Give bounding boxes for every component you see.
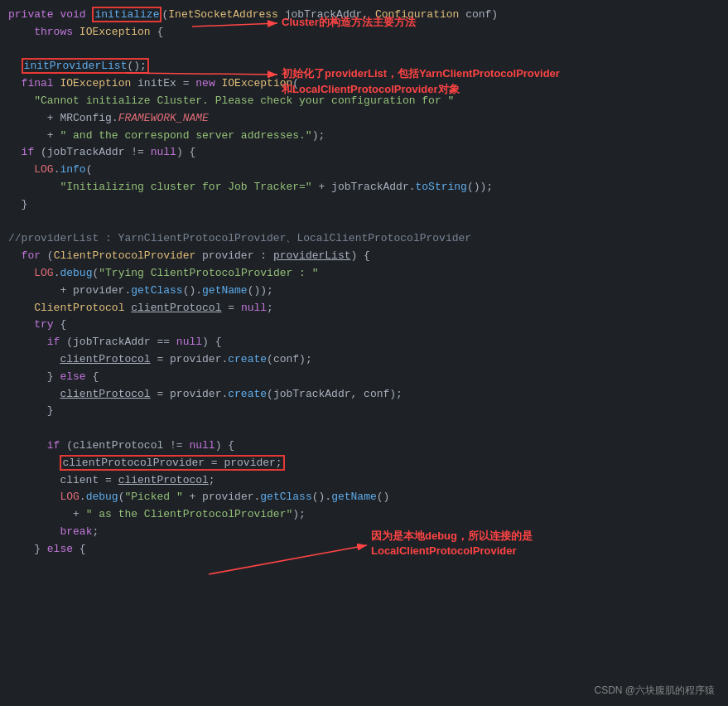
code-line-28: client = clientProtocol; — [8, 472, 720, 490]
annotation-1: Cluster的构造方法主要方法 — [282, 15, 416, 30]
code-line-32: } else { — [8, 541, 720, 559]
code-line-3 — [8, 41, 720, 59]
code-line-29: LOG.debug("Picked " + provider.getClass(… — [8, 489, 720, 506]
watermark: CSDN @六块腹肌的程序猿 — [594, 684, 715, 698]
code-line-11: "Initializing cluster for Job Tracker=" … — [8, 179, 720, 196]
code-line-26: if (clientProtocol != null) { — [8, 438, 720, 455]
annotation-3b: LocalClientProtocolProvider — [371, 544, 517, 557]
code-line-20: if (jobTrackAddr == null) { — [8, 334, 720, 351]
code-line-23: clientProtocol = provider.create(jobTrac… — [8, 386, 720, 404]
code-line-21: clientProtocol = provider.create(conf); — [8, 351, 720, 369]
code-line-16: LOG.debug("Trying ClientProtocolProvider… — [8, 265, 720, 283]
code-line-19: try { — [8, 317, 720, 334]
annotation-2: 初始化了providerList，包括YarnClientProtocolPro… — [282, 66, 560, 81]
code-line-9: if (jobTrackAddr != null) { — [8, 144, 720, 162]
code-line-7: + MRConfig.FRAMEWORK_NAME — [8, 110, 720, 128]
code-line-27: clientProtocolProvider = provider; — [8, 455, 720, 472]
annotation-3: 因为是本地debug，所以连接的是 — [371, 529, 533, 544]
code-line-22: } else { — [8, 369, 720, 386]
code-line-14: //providerList : YarnClientProtocolProvi… — [8, 230, 720, 248]
code-line-18: ClientProtocol clientProtocol = null; — [8, 300, 720, 317]
code-line-24: } — [8, 403, 720, 420]
annotation-2b: 和LocalClientProtocolProvider对象 — [282, 82, 460, 97]
code-line-15: for (ClientProtocolProvider provider : p… — [8, 248, 720, 265]
code-line-10: LOG.info( — [8, 162, 720, 179]
code-line-12: } — [8, 196, 720, 214]
code-line-31: break; — [8, 524, 720, 541]
code-line-30: + " as the ClientProtocolProvider"); — [8, 506, 720, 524]
code-line-13 — [8, 214, 720, 231]
code-line-25 — [8, 420, 720, 438]
code-line-17: + provider.getClass().getName()); — [8, 283, 720, 300]
code-line-8: + " and the correspond server addresses.… — [8, 128, 720, 145]
